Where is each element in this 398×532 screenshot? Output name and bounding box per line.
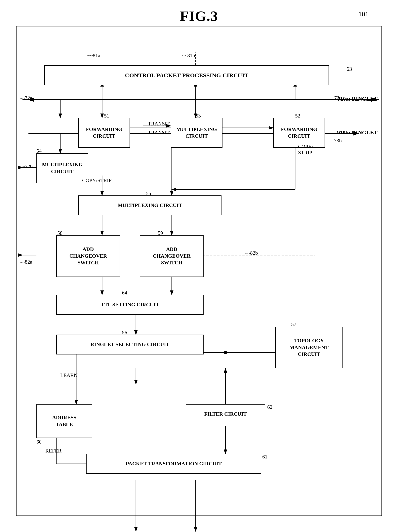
ringlet-selecting-block: RINGLET SELECTING CIRCUIT (56, 335, 204, 355)
ref-62: 62 (267, 404, 272, 410)
add-changeover-58-block: ADD CHANGEOVER SWITCH (56, 235, 120, 277)
ref-73b: 73b (334, 138, 342, 144)
ref-101: 101 (359, 10, 369, 18)
learn-label: LEARN (60, 372, 78, 378)
ref-72a: ~~72a (20, 95, 32, 101)
forwarding-52-block: FORWARDING CIRCUIT (273, 118, 325, 148)
ref-72b: ~~72b (20, 164, 33, 170)
refer-label: REFER (45, 448, 61, 454)
ringlet-a-label: 910a: RINGLET (338, 96, 378, 102)
topology-mgmt-block: TOPOLOGY MANAGEMENT CIRCUIT (275, 327, 343, 368)
filter-circuit-block: FILTER CIRCUIT (186, 404, 265, 424)
ref-57: 57 (291, 322, 296, 327)
multiplexing-54-block: MULTIPLEXING CIRCUIT (36, 153, 88, 183)
ref-82b: ~~82b (245, 250, 258, 256)
ringlet-b-label: 910b: RINGLET (337, 129, 378, 136)
ref-64: 64 (122, 290, 127, 296)
transit-top-label: TRANSIT (148, 121, 170, 127)
ref-58: 58 (57, 230, 63, 236)
figure-title: FIG.3 (0, 0, 398, 25)
ref-53: 53 (196, 113, 201, 119)
ttl-setting-block: TTL SETTING CIRCUIT (56, 295, 204, 315)
address-table-block: ADDRESS TABLE (36, 404, 92, 438)
transit-bottom-label: TRANSIT (148, 130, 170, 136)
forwarding-51-block: FORWARDING CIRCUIT (78, 118, 130, 148)
svg-point-42 (224, 351, 227, 354)
add-changeover-59-block: ADD CHANGEOVER SWITCH (140, 235, 204, 277)
ref-54: 54 (36, 148, 42, 154)
ref-59: 59 (158, 230, 163, 236)
ref-51: 51 (104, 113, 109, 119)
ref-81a: ~~81a (87, 53, 100, 59)
ref-63: 63 (346, 66, 352, 72)
ref-73a: 73a (334, 95, 342, 101)
control-packet-block: CONTROL PACKET PROCESSING CIRCUIT (44, 65, 329, 85)
multiplexing-55-block: MULTIPLEXING CIRCUIT (78, 196, 222, 215)
ref-60: 60 (36, 439, 42, 445)
ref-55: 55 (146, 190, 151, 196)
copy-strip-top-label: COPY/STRIP (82, 177, 111, 184)
ref-52: 52 (295, 113, 300, 119)
ref-61: 61 (262, 454, 268, 460)
diagram-container: CONTROL PACKET PROCESSING CIRCUIT 63 ~~8… (16, 26, 382, 516)
multiplexing-53-block: MULTIPLEXING CIRCUIT (171, 118, 222, 148)
copy-strip-bottom-label: COPY/ STRIP (298, 144, 313, 156)
ref-81b: ~~81b (182, 53, 195, 59)
ref-82a: ~~82a (20, 259, 32, 265)
ref-56: 56 (122, 330, 127, 336)
packet-transform-block: PACKET TRANSFORMATION CIRCUIT (86, 454, 261, 474)
